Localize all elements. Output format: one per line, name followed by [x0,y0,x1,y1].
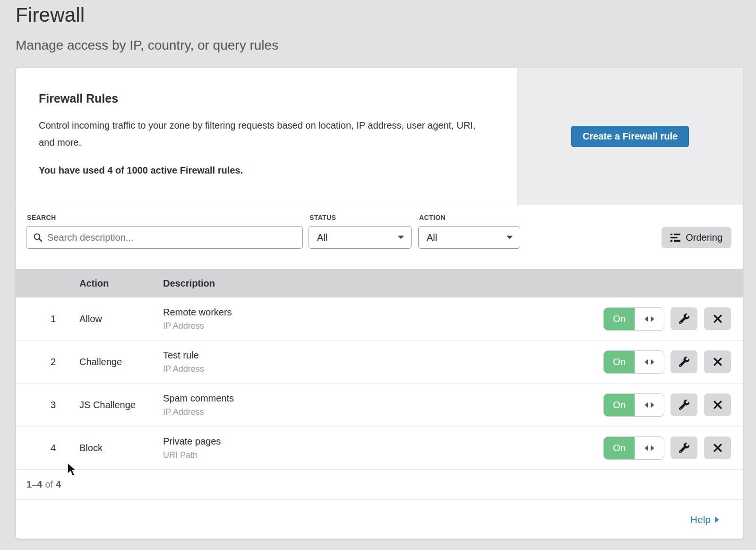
pagination-total: 4 [56,479,61,490]
section-description: Control incoming traffic to your zone by… [39,117,481,151]
delete-rule-button[interactable] [704,393,731,416]
delete-rule-button[interactable] [704,307,731,330]
page-header: Firewall Manage access by IP, country, o… [16,4,278,53]
action-column-header: Action [79,278,163,289]
close-icon [713,314,722,323]
rule-description-cell: Test rule IP Address [163,350,604,374]
rule-description-cell: Private pages URI Path [163,436,604,460]
rule-row: 4 Block Private pages URI Path On [16,427,743,470]
rule-enabled-toggle[interactable]: On [604,437,664,459]
rule-description-cell: Remote workers IP Address [163,307,604,331]
rule-action: Challenge [79,357,163,367]
rule-match-type: URI Path [163,450,604,460]
ordering-list-icon [670,233,680,242]
create-firewall-rule-button[interactable]: Create a Firewall rule [571,126,689,147]
action-select-value: All [427,232,437,243]
status-select[interactable]: All [309,226,412,249]
rule-controls: On [604,307,743,330]
rule-action: Block [79,443,163,454]
rule-enabled-toggle[interactable]: On [604,394,664,416]
rule-action: Allow [79,314,163,324]
help-arrow-icon [715,516,719,523]
create-rule-panel: Create a Firewall rule [517,68,743,205]
rules-table-header: Action Description [16,269,743,297]
toggle-arrows-icon [635,351,664,373]
help-link-label: Help [690,514,711,525]
close-icon [713,400,722,410]
toggle-arrows-icon [635,437,664,459]
rule-priority: 2 [16,357,79,367]
pagination-range: 1–4 [26,479,42,490]
rule-controls: On [604,437,743,459]
chevron-down-icon [507,236,513,239]
delete-rule-button[interactable] [704,437,731,459]
rule-row: 1 Allow Remote workers IP Address On [16,297,743,340]
rule-priority: 3 [16,400,79,410]
ordering-button-label: Ordering [686,232,722,243]
section-title: Firewall Rules [39,92,498,105]
rule-controls: On [604,350,743,373]
status-label: STATUS [309,214,336,221]
wrench-icon [679,314,689,324]
toggle-on-label: On [604,437,635,459]
rule-row: 2 Challenge Test rule IP Address On [16,340,743,384]
search-box [26,226,303,249]
search-icon [33,233,43,242]
edit-rule-button[interactable] [670,393,697,416]
action-select[interactable]: All [418,226,520,249]
pagination: 1–4 of 4 [16,470,743,500]
wrench-icon [679,357,689,367]
rule-row: 3 JS Challenge Spam comments IP Address … [16,384,743,427]
ordering-button[interactable]: Ordering [662,227,731,248]
rule-description: Remote workers [163,307,604,318]
filters-bar: SEARCH STATUS All ACTION All [16,205,743,269]
edit-rule-button[interactable] [670,437,697,459]
page-title: Firewall [16,4,278,26]
rule-match-type: IP Address [163,407,604,417]
firewall-rules-overview: Firewall Rules Control incoming traffic … [16,68,743,205]
firewall-rules-card: Firewall Rules Control incoming traffic … [16,68,743,539]
rule-description: Spam comments [163,393,604,404]
description-column-header: Description [163,278,743,289]
search-input[interactable] [47,232,296,243]
rule-controls: On [604,393,743,416]
toggle-arrows-icon [635,394,664,416]
pagination-of: of [45,479,53,490]
toggle-on-label: On [604,394,635,416]
page-subtitle: Manage access by IP, country, or query r… [16,38,278,53]
rule-match-type: IP Address [163,321,604,331]
chevron-down-icon [398,236,404,239]
card-footer: Help [16,500,743,539]
overview-text-panel: Firewall Rules Control incoming traffic … [16,68,517,205]
close-icon [713,357,722,367]
toggle-on-label: On [604,351,635,373]
toggle-arrows-icon [635,308,664,330]
delete-rule-button[interactable] [704,350,731,373]
edit-rule-button[interactable] [670,307,697,330]
rule-description: Test rule [163,350,604,361]
action-label: ACTION [419,214,446,221]
rule-priority: 4 [16,443,79,454]
rule-description: Private pages [163,436,604,447]
close-icon [713,443,722,453]
wrench-icon [679,400,689,410]
wrench-icon [679,443,689,453]
edit-rule-button[interactable] [670,350,697,373]
search-label: SEARCH [27,214,56,221]
rules-usage-text: You have used 4 of 1000 active Firewall … [39,165,498,176]
rule-enabled-toggle[interactable]: On [604,308,664,330]
rule-action: JS Challenge [79,400,163,410]
rule-enabled-toggle[interactable]: On [604,351,664,373]
rule-priority: 1 [16,314,79,324]
toggle-on-label: On [604,308,635,330]
rule-description-cell: Spam comments IP Address [163,393,604,417]
rule-match-type: IP Address [163,364,604,374]
help-link[interactable]: Help [690,514,719,525]
status-select-value: All [317,232,327,243]
